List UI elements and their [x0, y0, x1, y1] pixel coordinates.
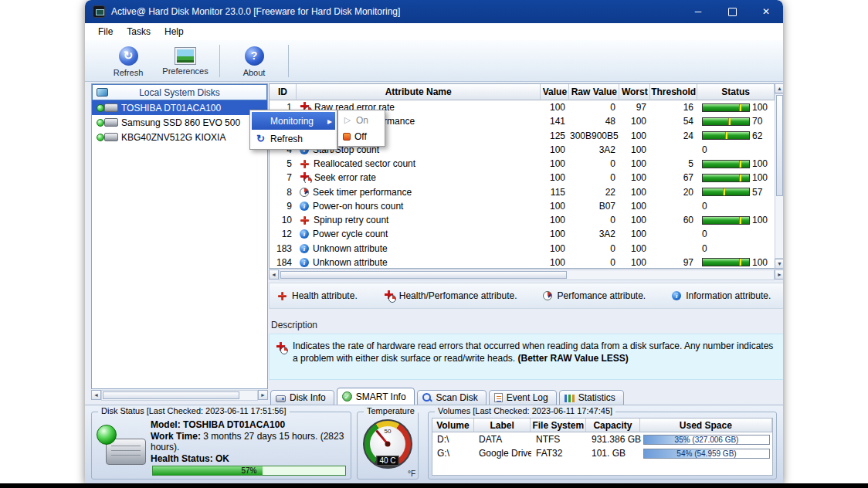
description-text: Indicates the rate of hardware read erro… — [293, 340, 778, 374]
smart-attribute-row[interactable]: 7Seek error rate100010067100 — [270, 171, 775, 185]
app-window: Active@ Hard Disk Monitor 23.0.0 [Freewa… — [85, 0, 783, 483]
play-icon — [343, 116, 352, 125]
smart-attribute-row[interactable]: 184Unknown attribute100010097100 — [270, 256, 775, 269]
attribute-raw-value: 0 — [570, 243, 620, 254]
menu-tasks[interactable]: Tasks — [120, 23, 158, 40]
tab-statistics[interactable]: Statistics — [559, 390, 624, 405]
attribute-name: Unknown attribute — [313, 257, 388, 268]
tab-smart-info[interactable]: SMART Info — [337, 388, 415, 405]
smart-attribute-row[interactable]: 8Seek timer performance115221002057 — [270, 185, 775, 199]
toolbar-preferences-button[interactable]: Preferences — [159, 43, 212, 80]
legend-label: Health attribute. — [292, 290, 358, 301]
smart-attribute-row[interactable]: 183Unknown attribute10001000 — [270, 242, 775, 256]
scroll-track[interactable] — [279, 269, 775, 280]
smart-attribute-row[interactable]: 10Spinup retry count100010060100 — [270, 213, 775, 227]
smart-attribute-row[interactable]: 9Power-on hours count100B071000 — [270, 199, 775, 213]
scroll-right-icon[interactable] — [775, 269, 783, 280]
disk-status-text: Model: TOSHIBA DT01ACA100 Work Time: 3 m… — [151, 419, 348, 464]
column-header-value[interactable]: Value — [541, 84, 569, 100]
status-bar-tick — [739, 217, 741, 224]
toolbar-refresh-button[interactable]: Refresh — [102, 43, 154, 80]
status-value: 62 — [752, 130, 762, 141]
stop-icon — [343, 133, 351, 141]
volumes-column-header-label[interactable]: Label — [474, 419, 531, 432]
scroll-thumb[interactable] — [103, 391, 239, 399]
scroll-right-icon[interactable] — [258, 390, 268, 400]
tab-scan-disk[interactable]: Scan Disk — [417, 390, 487, 405]
attribute-name-cell: Spinup retry count — [297, 215, 541, 225]
attribute-worst: 100 — [620, 215, 651, 225]
attribute-worst: 100 — [620, 158, 651, 169]
attribute-value: 100 — [541, 172, 570, 183]
column-header-threshold[interactable]: Threshold — [650, 84, 697, 100]
disk-panel-horizontal-scrollbar[interactable] — [91, 390, 268, 401]
scroll-left-icon[interactable] — [269, 269, 279, 280]
maximize-button[interactable] — [715, 0, 749, 23]
column-header-status[interactable]: Status — [697, 84, 775, 100]
attribute-id: 184 — [270, 257, 297, 268]
attribute-worst: 100 — [620, 229, 651, 239]
context-menu: MonitoringRefresh — [249, 110, 337, 150]
column-header-attribute-name[interactable]: Attribute Name — [297, 84, 541, 100]
context-menu-item-monitoring[interactable]: Monitoring — [252, 112, 335, 130]
status-bar-tick — [739, 175, 741, 181]
status-bar — [702, 103, 750, 112]
health-percent-label: 57% — [153, 466, 345, 476]
status-ball-icon — [97, 134, 104, 141]
volumes-column-header-volume[interactable]: Volume — [432, 419, 474, 432]
temperature-gauge: 50 40 C — [363, 419, 412, 469]
menu-help[interactable]: Help — [158, 23, 191, 40]
attribute-status-cell: 100 — [698, 215, 775, 225]
attribute-value: 100 — [541, 215, 570, 225]
disk-status-icon — [97, 425, 146, 466]
volumes-group-title: Volumes [Last Checked: 2023-06-11 17:47:… — [435, 406, 615, 415]
disk-name: Samsung SSD 860 EVO 500 — [121, 117, 240, 128]
disk-panel-header[interactable]: Local System Disks — [92, 84, 267, 100]
blank-icon — [255, 115, 266, 127]
tab-disk-info[interactable]: Disk Info — [270, 390, 334, 405]
smart-table-horizontal-scrollbar[interactable] — [269, 269, 783, 280]
attribute-threshold: 97 — [651, 257, 698, 268]
context-menu-item-refresh[interactable]: Refresh — [252, 130, 335, 147]
smart-attribute-row[interactable]: 12Power cycle count1003A21000 — [270, 227, 775, 241]
close-button[interactable] — [749, 0, 783, 23]
menu-file[interactable]: File — [91, 23, 120, 40]
information-icon — [300, 258, 309, 267]
volumes-column-header-capacity[interactable]: Capacity — [586, 419, 640, 432]
submenu-item-on[interactable]: On — [340, 112, 383, 128]
column-header-id[interactable]: ID — [270, 84, 297, 100]
attribute-worst: 100 — [620, 187, 651, 198]
smart-attribute-row[interactable]: 5Reallocated sector count10001005100 — [270, 157, 775, 171]
attribute-worst: 100 — [620, 144, 651, 155]
volumes-column-header-used-space[interactable]: Used Space — [640, 419, 772, 432]
minimize-button[interactable] — [681, 0, 715, 23]
column-header-worst[interactable]: Worst — [619, 84, 650, 100]
attribute-id: 10 — [270, 215, 297, 225]
attribute-raw-value: 0 — [570, 102, 620, 113]
disk-list-item[interactable]: TOSHIBA DT01ACA100 — [92, 100, 267, 115]
temperature-group: Temperature 50 40 C °F — [357, 412, 419, 480]
attribute-value: 100 — [541, 158, 570, 169]
disk-list-item[interactable]: KBG40ZNV512G KIOXIA — [92, 130, 267, 144]
submenu-item-off[interactable]: Off — [340, 128, 383, 144]
volumes-column-header-file-system[interactable]: File System — [531, 419, 586, 432]
scroll-left-icon[interactable] — [91, 390, 101, 400]
attribute-status-cell: 0 — [698, 144, 775, 155]
scroll-up-icon[interactable] — [775, 83, 783, 93]
status-value: 100 — [752, 172, 768, 183]
scroll-down-icon[interactable] — [775, 259, 783, 269]
scroll-track[interactable] — [101, 390, 258, 401]
volumes-table-header: VolumeLabelFile SystemCapacityUsed Space — [432, 419, 772, 432]
tab-event-log[interactable]: Event Log — [489, 390, 557, 405]
disk-icon — [276, 395, 286, 402]
scroll-track[interactable] — [775, 93, 783, 259]
scroll-thumb[interactable] — [280, 271, 567, 279]
toolbar-about-button[interactable]: About — [228, 43, 280, 80]
smart-table-vertical-scrollbar[interactable] — [775, 83, 783, 269]
scroll-thumb[interactable] — [776, 95, 783, 196]
disk-list-item[interactable]: Samsung SSD 860 EVO 500 — [92, 115, 267, 130]
toolbar-separator — [219, 45, 220, 77]
used-space-label: 54% (54.959 GB) — [644, 449, 769, 459]
column-header-raw-value[interactable]: Raw Value — [569, 84, 619, 100]
attribute-worst: 97 — [620, 102, 651, 113]
